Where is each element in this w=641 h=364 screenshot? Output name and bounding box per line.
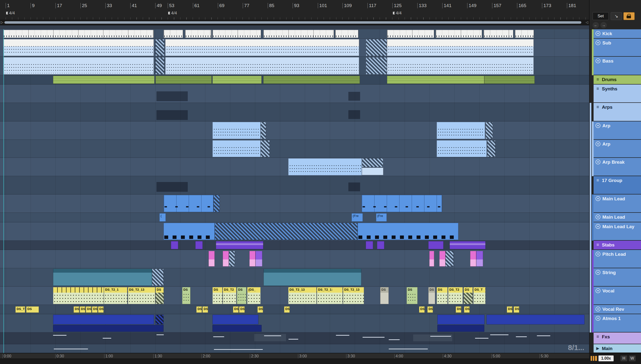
fold-icon[interactable]: ▾ — [595, 123, 600, 128]
clip[interactable] — [485, 122, 493, 139]
prev-arrow-button[interactable]: ← — [592, 22, 599, 28]
track-lane-arp-1[interactable] — [0, 122, 589, 140]
clip[interactable] — [428, 241, 443, 249]
group-icon[interactable]: ≡ — [595, 104, 600, 110]
clip[interactable] — [164, 223, 215, 240]
clip[interactable] — [157, 334, 164, 335]
clip[interactable] — [362, 168, 383, 175]
fold-icon[interactable]: ▾ — [595, 196, 600, 201]
clip[interactable] — [213, 336, 224, 337]
clip[interactable]: DS — [26, 306, 39, 313]
track-header-main-lead-lay[interactable]: ▾Main Lead Lay — [593, 222, 641, 241]
horizontal-zoom-strip[interactable]: ▷ ◁ — [0, 20, 589, 26]
clip[interactable]: DS_T2_1: — [317, 287, 343, 304]
clip[interactable] — [336, 335, 349, 336]
clip[interactable]: DS — [380, 287, 389, 304]
clip[interactable] — [261, 140, 270, 157]
track-header-pitch-lead[interactable]: ▾Pitch Lead — [593, 250, 641, 268]
clip[interactable] — [389, 339, 400, 340]
clip[interactable] — [437, 122, 485, 139]
clip[interactable] — [185, 30, 212, 38]
clip[interactable] — [413, 334, 452, 341]
track-lane-pitch-lead[interactable] — [0, 250, 589, 268]
clip[interactable] — [363, 337, 385, 338]
clip[interactable] — [152, 269, 164, 286]
bar-ruler[interactable]: 1917253341495361697785931011091171251331… — [0, 0, 589, 20]
clip[interactable] — [487, 140, 495, 157]
track-lane-bass[interactable] — [0, 57, 589, 75]
time-signature-marker[interactable]: 4/4 — [6, 11, 15, 16]
clip[interactable] — [171, 241, 178, 249]
clip[interactable] — [264, 336, 281, 336]
clip[interactable] — [157, 182, 188, 192]
clip[interactable] — [366, 241, 373, 249]
clip[interactable] — [445, 251, 453, 266]
clip[interactable] — [366, 39, 387, 56]
fold-icon[interactable]: ▾ — [595, 142, 600, 146]
clip[interactable] — [212, 315, 258, 324]
clip[interactable]: DS — [456, 306, 461, 313]
clip[interactable] — [53, 325, 164, 332]
track-lane-main-lead-2[interactable]: ((Fre(Fre — [0, 213, 589, 222]
clip[interactable]: DS_T2_1 — [104, 287, 127, 304]
group-icon[interactable]: ≡ — [595, 242, 600, 247]
lock-icon[interactable] — [623, 12, 635, 20]
fold-icon[interactable]: ▾ — [595, 252, 600, 256]
clip[interactable]: DS_T2_13 — [288, 287, 317, 304]
track-header-main-lead-2[interactable]: ▾Main Lead — [593, 213, 641, 222]
clip[interactable] — [348, 182, 360, 191]
clip[interactable] — [215, 223, 358, 240]
height-zoom-button[interactable]: H — [620, 356, 627, 361]
clip[interactable] — [212, 140, 261, 157]
play-icon[interactable]: ▶ — [595, 346, 600, 351]
clip[interactable] — [254, 334, 286, 341]
clip[interactable]: DS — [74, 306, 79, 313]
clip[interactable]: DS — [464, 306, 470, 313]
track-header-main-lead-1[interactable]: ▾Main Lead — [593, 194, 641, 213]
track-lane-vocal-rev[interactable]: DS_TDSDSDSDSDSDSDSDSDSDSDSDSDSDSDSDSDSDS — [0, 305, 589, 314]
fold-icon[interactable]: ▾ — [595, 288, 600, 293]
clip[interactable] — [264, 269, 361, 286]
track-header-fxs[interactable]: ≡Fxs — [593, 332, 641, 344]
clip[interactable] — [516, 336, 527, 337]
clip[interactable] — [437, 325, 484, 332]
clip[interactable] — [209, 251, 215, 266]
clip[interactable] — [157, 91, 188, 101]
clip[interactable] — [213, 195, 220, 212]
clip[interactable] — [437, 140, 487, 157]
track-lane-fxs[interactable] — [0, 332, 589, 344]
track-lane-drums[interactable] — [0, 75, 589, 84]
clip[interactable] — [387, 30, 434, 38]
clip[interactable]: DS — [284, 306, 290, 313]
clip[interactable] — [335, 30, 358, 38]
group-icon[interactable]: ≡ — [595, 77, 600, 82]
clip[interactable]: DS_T2_13 — [343, 287, 364, 304]
clip[interactable] — [156, 39, 164, 56]
track-lane-arps[interactable] — [0, 103, 589, 122]
width-zoom-button[interactable]: W — [629, 356, 635, 361]
clip[interactable] — [389, 348, 428, 349]
clip[interactable]: DS_T2 — [223, 287, 236, 304]
playback-speed[interactable]: 1.00x — [598, 356, 614, 361]
fold-icon[interactable]: ▾ — [595, 316, 600, 321]
clip[interactable] — [103, 338, 111, 338]
clip[interactable]: DS — [202, 306, 208, 313]
track-header-vocal[interactable]: ▾Vocal — [593, 286, 641, 305]
clip[interactable] — [450, 241, 485, 249]
track-lane-vocal[interactable]: DS_T2_1DS_T2_13DSDSDSDS_T2DS(DS_DS_T2_13… — [0, 286, 589, 305]
clip[interactable] — [537, 336, 550, 336]
clip[interactable] — [156, 76, 212, 84]
clip[interactable]: DS — [156, 287, 164, 304]
clip[interactable] — [53, 287, 104, 304]
clip[interactable] — [53, 335, 67, 336]
clip[interactable] — [366, 57, 387, 74]
track-lane-kick[interactable] — [0, 29, 589, 38]
clip[interactable] — [261, 122, 266, 139]
fold-icon[interactable]: ▾ — [595, 160, 600, 164]
clip[interactable]: DS — [437, 287, 448, 304]
clip[interactable] — [216, 241, 263, 249]
clip[interactable]: DS — [92, 306, 98, 313]
clip[interactable] — [156, 57, 164, 74]
clip[interactable] — [362, 158, 383, 167]
clip[interactable]: (Fre — [376, 213, 387, 222]
